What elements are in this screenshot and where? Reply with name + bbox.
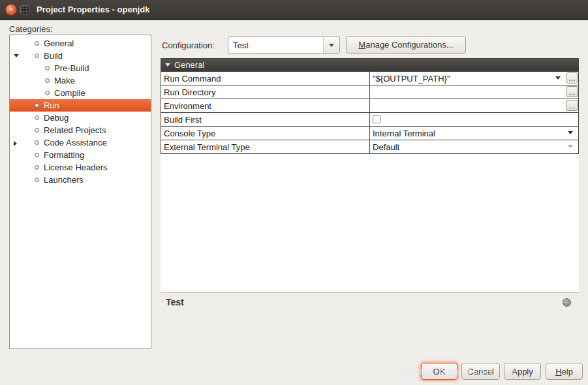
bullet-icon <box>35 140 39 145</box>
tree-item-debug[interactable]: Debug <box>10 112 151 124</box>
property-value-cell[interactable]: Internal Terminal <box>370 127 578 140</box>
bullet-icon <box>45 91 50 95</box>
property-row-build-first[interactable]: Build First <box>161 112 578 126</box>
description-title: Test <box>166 297 184 307</box>
bullet-icon <box>35 116 39 120</box>
bullet-icon <box>45 78 50 83</box>
tree-item-label: Debug <box>44 113 69 123</box>
browse-button[interactable]: … <box>566 72 578 84</box>
bullet-icon <box>35 103 39 108</box>
tree-item-label: General <box>44 38 74 48</box>
tree-item-run-selected[interactable]: Run <box>10 99 151 112</box>
help-button[interactable]: Help <box>546 363 583 380</box>
property-row-external-terminal-type[interactable]: External Terminal Type Default <box>161 140 578 153</box>
property-name: Environment <box>161 99 370 112</box>
tree-item-label: Compile <box>54 88 85 98</box>
close-icon: × <box>9 5 13 13</box>
chevron-down-icon[interactable] <box>568 131 573 134</box>
property-name: Console Type <box>161 127 370 140</box>
tree-item-build[interactable]: Build <box>10 50 151 62</box>
window-title: Project Properties - openjdk <box>37 5 149 14</box>
categories-label: Categories: <box>9 24 53 34</box>
ok-button[interactable]: OK <box>421 363 457 380</box>
tree-item-related-projects[interactable]: Related Projects <box>10 124 151 136</box>
property-row-environment[interactable]: Environment … <box>161 99 578 112</box>
property-value: "${OUTPUT_PATH}" <box>373 74 450 84</box>
tree-item-label: Formatting <box>44 150 84 160</box>
tree-item-label: Code Assistance <box>44 138 107 147</box>
chevron-down-icon[interactable] <box>555 76 561 80</box>
section-header-general[interactable]: General <box>161 59 578 71</box>
categories-tree[interactable]: General Build Pre-Build Make Compile Run… <box>9 35 151 349</box>
bullet-icon <box>35 165 39 170</box>
property-value-cell[interactable]: Default <box>370 140 578 153</box>
apply-button[interactable]: Apply <box>504 363 541 380</box>
property-value-cell[interactable] <box>370 113 578 126</box>
bullet-icon <box>35 41 39 46</box>
property-name: Run Command <box>161 72 370 85</box>
bullet-icon <box>35 128 39 132</box>
property-name: External Terminal Type <box>161 140 370 153</box>
browse-button[interactable]: … <box>566 100 578 111</box>
configuration-label: Configuration: <box>162 40 215 50</box>
description-panel: Test <box>161 292 579 349</box>
dropdown-button[interactable] <box>323 37 339 53</box>
property-value: Default <box>373 142 399 152</box>
tree-item-label: Run <box>44 100 59 110</box>
property-row-run-directory[interactable]: Run Directory … <box>161 85 578 99</box>
tree-item-general[interactable]: General <box>10 37 151 50</box>
property-name: Run Directory <box>161 85 370 99</box>
property-row-console-type[interactable]: Console Type Internal Terminal <box>161 126 578 140</box>
property-sheet: General Run Command "${OUTPUT_PATH}" … R… <box>161 58 579 154</box>
tree-item-label: Make <box>54 76 75 85</box>
titlebar[interactable]: × Project Properties - openjdk <box>0 0 588 20</box>
chevron-down-disabled-icon <box>568 145 573 148</box>
close-button[interactable]: × <box>5 4 17 16</box>
property-value-cell[interactable]: "${OUTPUT_PATH}" … <box>370 72 578 85</box>
tree-item-label: Launchers <box>44 175 84 185</box>
expander-right-icon[interactable] <box>14 141 17 146</box>
property-row-run-command[interactable]: Run Command "${OUTPUT_PATH}" … <box>161 71 578 85</box>
property-name: Build First <box>161 113 370 126</box>
chevron-down-icon <box>329 44 334 47</box>
tree-item-label: Related Projects <box>44 125 106 135</box>
property-value: Internal Terminal <box>373 129 435 138</box>
tree-item-license-headers[interactable]: License Headers <box>10 161 151 174</box>
manage-configurations-button[interactable]: Manage Configurations... <box>346 36 466 54</box>
configuration-select[interactable]: Test <box>228 37 340 54</box>
section-collapse-icon[interactable] <box>165 63 170 67</box>
tree-item-label: Pre-Build <box>54 63 89 73</box>
configuration-value: Test <box>233 40 249 50</box>
bullet-icon <box>35 177 39 182</box>
bullet-icon <box>35 153 39 157</box>
cancel-button[interactable]: Cancel <box>461 363 500 380</box>
status-badge-icon <box>563 298 571 307</box>
tree-item-formatting[interactable]: Formatting <box>10 149 151 161</box>
tree-item-pre-build[interactable]: Pre-Build <box>10 62 151 74</box>
bullet-icon <box>35 54 39 58</box>
tree-item-make[interactable]: Make <box>10 74 151 87</box>
expander-down-icon[interactable] <box>14 54 19 57</box>
property-value-cell[interactable]: … <box>370 99 578 112</box>
property-value-cell[interactable]: … <box>370 85 578 99</box>
project-properties-dialog: × Project Properties - openjdk Categorie… <box>0 0 588 385</box>
browse-button[interactable]: … <box>566 86 578 97</box>
tree-item-compile[interactable]: Compile <box>10 87 151 99</box>
tree-item-label: Build <box>44 51 63 61</box>
tree-item-label: License Headers <box>44 162 108 172</box>
app-icon <box>20 5 29 14</box>
bullet-icon <box>45 66 50 70</box>
tree-item-code-assistance[interactable]: Code Assistance <box>10 136 151 149</box>
section-header-label: General <box>174 60 204 70</box>
tree-item-launchers[interactable]: Launchers <box>10 174 151 186</box>
build-first-checkbox[interactable] <box>373 116 380 123</box>
